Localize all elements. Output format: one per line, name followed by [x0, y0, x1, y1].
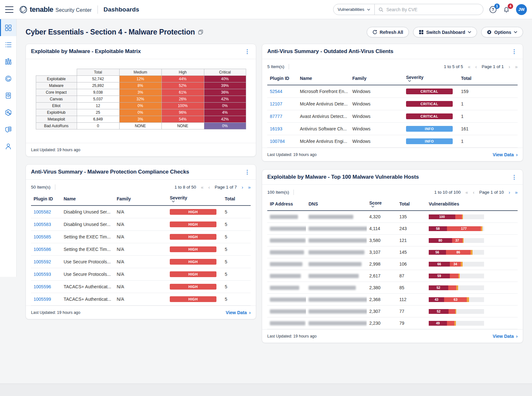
sidebar-item-analytics[interactable] — [0, 53, 16, 70]
host-total: 135 — [397, 211, 426, 223]
column-header: Plugin ID — [31, 192, 61, 206]
vulnerabilities-bar: 52 — [429, 309, 484, 314]
kebab-menu-icon[interactable]: ⋮ — [244, 49, 251, 54]
matrix-critical-cell: 4% — [204, 109, 246, 116]
sidebar-item-report[interactable] — [0, 87, 16, 104]
refresh-all-button[interactable]: Refresh All — [367, 27, 409, 37]
plugin-name: Setting the EXEC Tim... — [61, 243, 114, 256]
view-data-link[interactable]: View Data › — [493, 333, 518, 339]
plugin-id-link[interactable]: 52544 — [270, 89, 282, 94]
table-row: 12107McAfee Antivirus Dete...WindowsCRIT… — [267, 98, 518, 110]
bar-segment-critical: 43 — [429, 297, 444, 302]
redacted-dns — [309, 309, 367, 314]
prev-page-icon[interactable]: ‹ — [208, 185, 210, 190]
matrix-row-label: Canvas — [36, 96, 77, 103]
last-updated: Last Updated: 19 hours ago — [267, 334, 317, 338]
vulnerabilities-bar: 100 — [429, 214, 484, 219]
sidebar-item-scan[interactable] — [0, 70, 16, 87]
grid-icon — [419, 30, 424, 35]
host-score: 2,368 — [367, 294, 397, 306]
help-button[interactable]: ? 1 — [489, 6, 497, 13]
plugin-id-link[interactable]: 1005596 — [34, 284, 51, 289]
copy-icon[interactable] — [198, 30, 203, 35]
last-page-icon[interactable]: » — [515, 64, 518, 69]
matrix-row-label: Exploitable — [36, 76, 77, 82]
plugin-id-link[interactable]: 12107 — [270, 101, 282, 106]
avatar[interactable]: JW — [516, 4, 527, 15]
total-value: 5 — [222, 293, 251, 306]
severity-badge: INFO — [406, 126, 453, 132]
search-scope-select[interactable]: Vulnerabilities — [333, 4, 375, 15]
column-header[interactable]: Score — [367, 197, 397, 211]
matrix-col-header: Critical — [204, 69, 246, 76]
plugin-id-link[interactable]: 1005585 — [34, 234, 51, 239]
prev-page-icon[interactable]: ‹ — [475, 64, 477, 69]
plugin-id-link[interactable]: 16193 — [270, 126, 282, 131]
bar-segment-critical: 59 — [429, 274, 450, 278]
plugin-id-link[interactable]: 1005592 — [34, 259, 51, 264]
plugin-id-link[interactable]: 1005583 — [34, 222, 51, 227]
plugin-name: Use Secure Protocols... — [61, 268, 114, 281]
table-row: 1005599TACACS+ Authenticat...N/AHIGH5 — [31, 293, 251, 306]
sidebar-item-list[interactable] — [0, 36, 16, 53]
notification-badge: 4 — [508, 4, 513, 9]
divider — [55, 184, 55, 190]
bar-segment-medium — [462, 214, 463, 219]
plugin-id-link[interactable]: 1005599 — [34, 297, 51, 302]
matrix-critical-cell: 39% — [204, 82, 246, 89]
panel-outdated-av: Anti-Virus Summary - Outdated Anti-Virus… — [262, 44, 523, 161]
policy-shield-icon — [5, 126, 12, 133]
notifications-button[interactable]: 4 — [503, 6, 510, 13]
sidebar-item-assets[interactable] — [0, 104, 16, 121]
chevron-right-icon: › — [249, 310, 251, 315]
column-header[interactable]: Severity — [403, 71, 458, 85]
plugin-id-link[interactable]: 1005582 — [34, 209, 51, 214]
plugin-id-link[interactable]: 1005593 — [34, 272, 51, 277]
first-page-icon[interactable]: « — [465, 190, 468, 195]
plugin-name: Setting the EXEC Tim... — [61, 231, 114, 243]
host-total: 243 — [397, 223, 426, 235]
panel-title: Exploitable by Malware - Exploitable Mat… — [31, 48, 141, 55]
last-page-icon[interactable]: » — [248, 185, 251, 190]
column-header[interactable]: Severity — [167, 192, 222, 206]
matrix-row: Bad AutoRuns0NONENONE0% — [36, 123, 246, 129]
next-page-icon[interactable]: › — [509, 190, 510, 195]
kebab-menu-icon[interactable]: ⋮ — [244, 169, 251, 175]
view-data-link[interactable]: View Data › — [493, 152, 518, 157]
divider — [293, 190, 294, 195]
severity-badge: HIGH — [170, 234, 216, 240]
divider — [98, 5, 98, 14]
first-page-icon[interactable]: « — [201, 185, 203, 190]
last-page-icon[interactable]: » — [515, 190, 518, 195]
first-page-icon[interactable]: « — [468, 64, 470, 69]
prev-page-icon[interactable]: ‹ — [473, 190, 474, 195]
view-data-link[interactable]: View Data › — [226, 310, 251, 315]
next-page-icon[interactable]: › — [509, 64, 510, 69]
options-button[interactable]: Options — [481, 27, 523, 37]
sidebar-item-policy-shield[interactable] — [0, 121, 16, 138]
sidebar-item-user[interactable] — [0, 138, 16, 155]
host-total: 77 — [397, 306, 426, 317]
host-score: 3,107 — [367, 246, 397, 258]
plugin-id-link[interactable]: 87777 — [270, 114, 282, 119]
matrix-medium-cell: 3% — [119, 89, 161, 96]
search-input[interactable] — [386, 7, 479, 12]
matrix-row-label: Metasploit — [36, 116, 77, 123]
total-value: 5 — [222, 256, 251, 268]
switch-dashboard-button[interactable]: Switch Dashboard — [413, 27, 477, 37]
matrix-total-cell: 12 — [77, 103, 119, 109]
menu-icon[interactable] — [5, 6, 13, 13]
plugin-id-link[interactable]: 1005586 — [34, 247, 51, 252]
kebab-menu-icon[interactable]: ⋮ — [511, 49, 518, 54]
plugin-id-link[interactable]: 100784 — [270, 139, 285, 144]
panel-title: Anti-Virus Summary - Malware Protection … — [31, 169, 189, 175]
sidebar-item-dashboard-grid[interactable] — [0, 19, 16, 36]
redacted-dns — [309, 262, 362, 266]
table-row: 2,3077752 — [267, 306, 518, 317]
matrix-critical-cell: 36% — [204, 89, 246, 96]
matrix-row: Metasploit6,8493%54%42% — [36, 116, 246, 123]
redacted-dns — [309, 227, 367, 231]
column-header: Family — [350, 71, 403, 85]
kebab-menu-icon[interactable]: ⋮ — [511, 175, 518, 180]
next-page-icon[interactable]: › — [242, 185, 243, 190]
